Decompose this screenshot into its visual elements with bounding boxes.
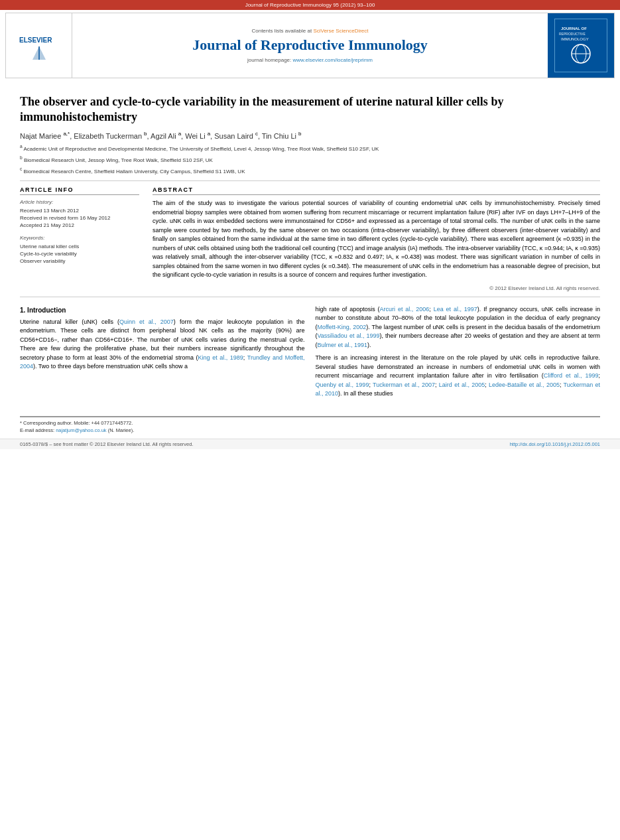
keyword-3: Observer variability: [20, 258, 139, 264]
journal-header: ELSEVIER Contents lists available at Sci…: [5, 13, 615, 78]
svg-text:IMMUNOLOGY: IMMUNOLOGY: [561, 37, 589, 41]
journal-homepage: journal homepage: www.elsevier.com/locat…: [247, 57, 373, 63]
body-col-left: 1. Introduction Uterine natural killer (…: [20, 305, 305, 403]
footnote-email: E-mail address: najatjum@yahoo.co.uk (N.…: [20, 427, 600, 433]
keyword-2: Cycle-to-cycle variability: [20, 251, 139, 257]
article-info-label: ARTICLE INFO: [20, 186, 139, 195]
footnote-corresponding: * Corresponding author. Mobile: +44 0771…: [20, 420, 600, 426]
body-para-1: Uterine natural killer (uNK) cells (Quin…: [20, 318, 305, 372]
ref-tuckerman-2007[interactable]: Tuckerman et al., 2007: [373, 382, 435, 388]
ref-clifford-1999[interactable]: Clifford et al., 1999: [544, 372, 599, 379]
keyword-1: Uterine natural killer cells: [20, 244, 139, 249]
body-para-3: There is an increasing interest in the l…: [316, 354, 601, 399]
content-area: The observer and cycle-to-cycle variabil…: [0, 81, 620, 408]
abstract-text: The aim of the study was to investigate …: [153, 199, 600, 280]
ref-king-1989[interactable]: King et al., 1989: [198, 354, 243, 361]
affiliation-a: a Academic Unit of Reproductive and Deve…: [20, 143, 600, 153]
keywords-label: Keywords:: [20, 235, 139, 241]
doi-link[interactable]: http://dx.doi.org/10.1016/j.jri.2012.05.…: [510, 441, 600, 447]
page-wrapper: Journal of Reproductive Immunology 95 (2…: [0, 0, 620, 449]
svg-text:ELSEVIER: ELSEVIER: [19, 36, 52, 44]
section1-heading: 1. Introduction: [20, 305, 305, 315]
svg-text:JOURNAL OF: JOURNAL OF: [561, 27, 587, 31]
received-date: Received 13 March 2012: [20, 208, 139, 214]
homepage-url[interactable]: www.elsevier.com/locate/jreprimm: [293, 57, 373, 63]
issn-text: 0165-0378/$ – see front matter © 2012 El…: [20, 441, 194, 447]
divider-1: [20, 180, 600, 181]
abstract-label: ABSTRACT: [153, 186, 600, 195]
journal-header-center: Contents lists available at SciVerse Sci…: [72, 13, 548, 78]
affiliation-c: c Biomedical Research Centre, Sheffield …: [20, 166, 600, 176]
received-revised-date: Received in revised form 16 May 2012: [20, 215, 139, 221]
ref-quenby-1999[interactable]: Quenby et al., 1999: [316, 382, 369, 388]
svg-text:REPRODUCTIVE: REPRODUCTIVE: [559, 32, 586, 36]
elsevier-wordmark: ELSEVIER: [16, 28, 62, 63]
article-info-abstract: ARTICLE INFO Article history: Received 1…: [20, 186, 600, 291]
body-columns: 1. Introduction Uterine natural killer (…: [20, 305, 600, 403]
article-info-column: ARTICLE INFO Article history: Received 1…: [20, 186, 139, 291]
ref-bulmer-1991[interactable]: Bulmer et al., 1991: [318, 342, 368, 348]
ref-lea-1997[interactable]: Lea et al., 1997: [434, 306, 477, 313]
ref-trundley-2004[interactable]: Trundley and Moffett, 2004: [20, 354, 305, 370]
journal-logo-box: JOURNAL OF REPRODUCTIVE IMMUNOLOGY: [554, 19, 607, 72]
sciverse-link[interactable]: SciVerse ScienceDirect: [313, 28, 368, 34]
divider-2: [20, 297, 600, 297]
ref-laird-2005[interactable]: Laird et al., 2005: [439, 382, 485, 388]
affiliations: a Academic Unit of Reproductive and Deve…: [20, 143, 600, 175]
ref-quinn-2007[interactable]: Quinn et al., 2007: [119, 318, 174, 325]
authors-line: Najat Mariee a,*, Elizabeth Tuckerman b,…: [20, 131, 600, 140]
sciverse-bar: Contents lists available at SciVerse Sci…: [251, 28, 368, 34]
body-para-2: high rate of apoptosis (Arcuri et al., 2…: [316, 305, 601, 350]
ref-arcuri-2006[interactable]: Arcuri et al., 2006: [380, 306, 430, 313]
journal-header-right: JOURNAL OF REPRODUCTIVE IMMUNOLOGY: [548, 13, 614, 78]
accepted-date: Accepted 21 May 2012: [20, 222, 139, 228]
ref-moffett-2002[interactable]: Moffett-King, 2002: [318, 324, 367, 330]
affiliation-b: b Biomedical Research Unit, Jessop Wing,…: [20, 155, 600, 165]
ref-vassiliadou-1999[interactable]: Vassiliadou et al., 1999: [318, 332, 380, 339]
journal-top-bar: Journal of Reproductive Immunology 95 (2…: [0, 0, 620, 10]
article-title: The observer and cycle-to-cycle variabil…: [20, 94, 600, 125]
history-label: Article history:: [20, 199, 139, 205]
email-link[interactable]: najatjum@yahoo.co.uk: [56, 427, 106, 433]
copyright-line: © 2012 Elsevier Ireland Ltd. All rights …: [153, 285, 600, 291]
page-footer: * Corresponding author. Mobile: +44 0771…: [20, 416, 600, 433]
top-bar-text: Journal of Reproductive Immunology 95 (2…: [245, 2, 375, 8]
bottom-bar: 0165-0378/$ – see front matter © 2012 El…: [0, 439, 620, 449]
abstract-column: ABSTRACT The aim of the study was to inv…: [153, 186, 600, 291]
elsevier-logo-area: ELSEVIER: [6, 13, 72, 78]
ref-ledee-2005[interactable]: Ledee-Bataille et al., 2005: [489, 382, 560, 388]
body-col-right: high rate of apoptosis (Arcuri et al., 2…: [316, 305, 601, 403]
journal-title-header: Journal of Reproductive Immunology: [192, 36, 428, 54]
